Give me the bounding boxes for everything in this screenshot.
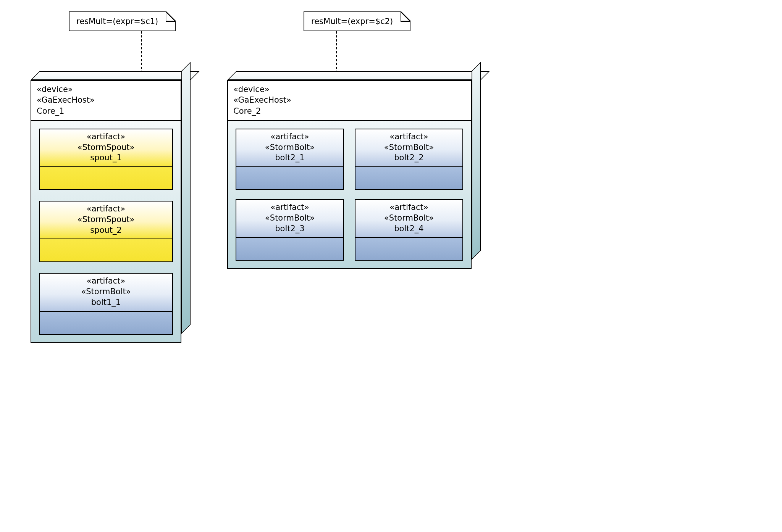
stereotype-artifact: «artifact» (41, 132, 171, 142)
artifact-bolt2-1: «artifact» «StormBolt» bolt2_1 (236, 129, 344, 190)
artifact-body (236, 238, 343, 260)
node-3d-top (227, 71, 490, 80)
note-core1: resMult=(expr=$c1) (69, 11, 176, 31)
artifact-bolt2-3: «artifact» «StormBolt» bolt2_3 (236, 199, 344, 261)
device-core1: «device» «GaExecHost» Core_1 «artifact» … (31, 80, 181, 343)
note-core2: resMult=(expr=$c2) (304, 11, 410, 31)
artifact-body (236, 167, 343, 189)
artifact-name: bolt2_3 (238, 224, 342, 234)
artifact-bolt1-1: «artifact» «StormBolt» bolt1_1 (39, 273, 173, 334)
device-body: «artifact» «StormSpout» spout_1 «artifac… (31, 121, 181, 342)
stereotype-artifact: «artifact» (238, 132, 342, 142)
artifact-bolt2-2: «artifact» «StormBolt» bolt2_2 (355, 129, 463, 190)
device-core2: «device» «GaExecHost» Core_2 «artifact» … (227, 80, 472, 269)
artifact-body (40, 312, 172, 334)
artifact-bolt2-4: «artifact» «StormBolt» bolt2_4 (355, 199, 463, 261)
device-header: «device» «GaExecHost» Core_1 (31, 81, 181, 121)
artifact-body (40, 167, 172, 189)
stereotype-host: «GaExecHost» (37, 95, 175, 105)
stereotype-kind: «StormBolt» (238, 142, 342, 153)
stereotype-kind: «StormBolt» (41, 287, 171, 297)
device-name: Core_1 (37, 106, 175, 116)
artifact-name: bolt2_1 (238, 153, 342, 163)
stereotype-kind: «StormSpout» (41, 142, 171, 153)
stereotype-artifact: «artifact» (41, 204, 171, 214)
artifact-name: spout_2 (41, 225, 171, 236)
artifact-name: bolt2_2 (357, 153, 461, 163)
node-3d-side (181, 62, 191, 334)
device-header: «device» «GaExecHost» Core_2 (228, 81, 471, 121)
stereotype-device: «device» (233, 84, 465, 95)
stereotype-artifact: «artifact» (357, 202, 461, 213)
artifact-body (355, 238, 462, 260)
artifact-spout2: «artifact» «StormSpout» spout_2 (39, 201, 173, 262)
note-text: resMult=(expr=$c1) (76, 17, 158, 26)
node-3d-side (472, 62, 481, 260)
note-text: resMult=(expr=$c2) (311, 17, 393, 26)
stereotype-host: «GaExecHost» (233, 95, 465, 105)
stereotype-artifact: «artifact» (238, 202, 342, 213)
artifact-body (355, 167, 462, 189)
device-name: Core_2 (233, 106, 465, 116)
stereotype-artifact: «artifact» (41, 276, 171, 287)
stereotype-kind: «StormSpout» (41, 214, 171, 225)
artifact-name: bolt1_1 (41, 297, 171, 308)
note-fold-icon (401, 11, 410, 21)
stereotype-kind: «StormBolt» (357, 142, 461, 153)
uml-deployment-diagram: resMult=(expr=$c1) resMult=(expr=$c2) «d… (19, 8, 763, 524)
device-body: «artifact» «StormBolt» bolt2_1 «artifact… (228, 121, 471, 268)
node-3d-top (31, 71, 200, 80)
artifact-name: bolt2_4 (357, 224, 461, 234)
stereotype-kind: «StormBolt» (238, 213, 342, 224)
artifact-name: spout_1 (41, 153, 171, 163)
stereotype-device: «device» (37, 84, 175, 95)
stereotype-artifact: «artifact» (357, 132, 461, 142)
stereotype-kind: «StormBolt» (357, 213, 461, 224)
note-fold-icon (166, 11, 176, 21)
artifact-spout1: «artifact» «StormSpout» spout_1 (39, 129, 173, 190)
artifact-body (40, 239, 172, 261)
